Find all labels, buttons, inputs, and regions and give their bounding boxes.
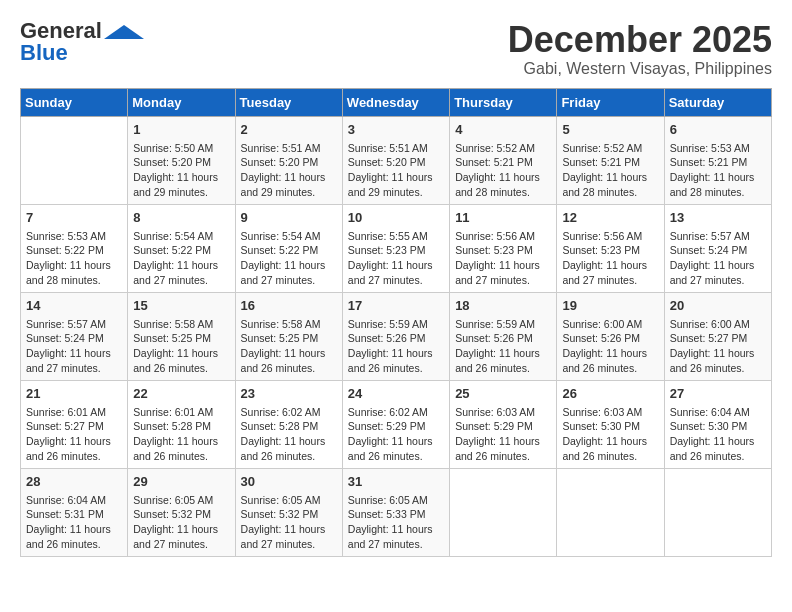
calendar-cell: 20Sunrise: 6:00 AM Sunset: 5:27 PM Dayli… [664, 292, 771, 380]
location: Gabi, Western Visayas, Philippines [508, 60, 772, 78]
calendar-table: SundayMondayTuesdayWednesdayThursdayFrid… [20, 88, 772, 557]
weekday-header-row: SundayMondayTuesdayWednesdayThursdayFrid… [21, 88, 772, 116]
day-number: 11 [455, 209, 551, 227]
calendar-week-row: 7Sunrise: 5:53 AM Sunset: 5:22 PM Daylig… [21, 204, 772, 292]
calendar-cell: 4Sunrise: 5:52 AM Sunset: 5:21 PM Daylig… [450, 116, 557, 204]
day-number: 30 [241, 473, 337, 491]
day-info: Sunrise: 5:58 AM Sunset: 5:25 PM Dayligh… [133, 317, 229, 376]
calendar-cell: 28Sunrise: 6:04 AM Sunset: 5:31 PM Dayli… [21, 468, 128, 556]
day-info: Sunrise: 5:58 AM Sunset: 5:25 PM Dayligh… [241, 317, 337, 376]
logo: General Blue [20, 20, 144, 66]
day-info: Sunrise: 5:53 AM Sunset: 5:22 PM Dayligh… [26, 229, 122, 288]
calendar-cell: 27Sunrise: 6:04 AM Sunset: 5:30 PM Dayli… [664, 380, 771, 468]
calendar-cell [450, 468, 557, 556]
day-info: Sunrise: 5:56 AM Sunset: 5:23 PM Dayligh… [455, 229, 551, 288]
calendar-cell: 5Sunrise: 5:52 AM Sunset: 5:21 PM Daylig… [557, 116, 664, 204]
day-number: 5 [562, 121, 658, 139]
day-info: Sunrise: 5:53 AM Sunset: 5:21 PM Dayligh… [670, 141, 766, 200]
day-number: 26 [562, 385, 658, 403]
day-number: 2 [241, 121, 337, 139]
day-number: 7 [26, 209, 122, 227]
day-info: Sunrise: 6:05 AM Sunset: 5:33 PM Dayligh… [348, 493, 444, 552]
day-number: 24 [348, 385, 444, 403]
day-info: Sunrise: 5:57 AM Sunset: 5:24 PM Dayligh… [670, 229, 766, 288]
day-info: Sunrise: 5:51 AM Sunset: 5:20 PM Dayligh… [241, 141, 337, 200]
calendar-cell: 10Sunrise: 5:55 AM Sunset: 5:23 PM Dayli… [342, 204, 449, 292]
day-number: 21 [26, 385, 122, 403]
day-number: 31 [348, 473, 444, 491]
day-number: 28 [26, 473, 122, 491]
weekday-header-thursday: Thursday [450, 88, 557, 116]
day-info: Sunrise: 6:05 AM Sunset: 5:32 PM Dayligh… [133, 493, 229, 552]
day-info: Sunrise: 6:04 AM Sunset: 5:31 PM Dayligh… [26, 493, 122, 552]
calendar-cell: 29Sunrise: 6:05 AM Sunset: 5:32 PM Dayli… [128, 468, 235, 556]
calendar-cell: 3Sunrise: 5:51 AM Sunset: 5:20 PM Daylig… [342, 116, 449, 204]
day-info: Sunrise: 6:01 AM Sunset: 5:27 PM Dayligh… [26, 405, 122, 464]
calendar-cell: 11Sunrise: 5:56 AM Sunset: 5:23 PM Dayli… [450, 204, 557, 292]
calendar-body: 1Sunrise: 5:50 AM Sunset: 5:20 PM Daylig… [21, 116, 772, 556]
weekday-header-tuesday: Tuesday [235, 88, 342, 116]
day-number: 18 [455, 297, 551, 315]
weekday-header-monday: Monday [128, 88, 235, 116]
calendar-cell: 25Sunrise: 6:03 AM Sunset: 5:29 PM Dayli… [450, 380, 557, 468]
day-number: 22 [133, 385, 229, 403]
calendar-cell: 22Sunrise: 6:01 AM Sunset: 5:28 PM Dayli… [128, 380, 235, 468]
calendar-cell: 15Sunrise: 5:58 AM Sunset: 5:25 PM Dayli… [128, 292, 235, 380]
svg-marker-0 [104, 25, 144, 39]
day-number: 27 [670, 385, 766, 403]
day-number: 14 [26, 297, 122, 315]
calendar-header: SundayMondayTuesdayWednesdayThursdayFrid… [21, 88, 772, 116]
day-info: Sunrise: 5:55 AM Sunset: 5:23 PM Dayligh… [348, 229, 444, 288]
calendar-week-row: 28Sunrise: 6:04 AM Sunset: 5:31 PM Dayli… [21, 468, 772, 556]
day-number: 19 [562, 297, 658, 315]
calendar-cell [664, 468, 771, 556]
day-info: Sunrise: 5:54 AM Sunset: 5:22 PM Dayligh… [241, 229, 337, 288]
calendar-cell [557, 468, 664, 556]
day-number: 3 [348, 121, 444, 139]
calendar-cell: 23Sunrise: 6:02 AM Sunset: 5:28 PM Dayli… [235, 380, 342, 468]
day-number: 1 [133, 121, 229, 139]
calendar-cell: 6Sunrise: 5:53 AM Sunset: 5:21 PM Daylig… [664, 116, 771, 204]
day-number: 13 [670, 209, 766, 227]
day-number: 6 [670, 121, 766, 139]
day-info: Sunrise: 6:00 AM Sunset: 5:26 PM Dayligh… [562, 317, 658, 376]
day-info: Sunrise: 6:03 AM Sunset: 5:29 PM Dayligh… [455, 405, 551, 464]
day-info: Sunrise: 6:03 AM Sunset: 5:30 PM Dayligh… [562, 405, 658, 464]
weekday-header-wednesday: Wednesday [342, 88, 449, 116]
day-number: 12 [562, 209, 658, 227]
day-info: Sunrise: 6:04 AM Sunset: 5:30 PM Dayligh… [670, 405, 766, 464]
day-number: 8 [133, 209, 229, 227]
day-info: Sunrise: 6:00 AM Sunset: 5:27 PM Dayligh… [670, 317, 766, 376]
day-number: 25 [455, 385, 551, 403]
day-info: Sunrise: 5:50 AM Sunset: 5:20 PM Dayligh… [133, 141, 229, 200]
day-info: Sunrise: 6:05 AM Sunset: 5:32 PM Dayligh… [241, 493, 337, 552]
day-info: Sunrise: 5:57 AM Sunset: 5:24 PM Dayligh… [26, 317, 122, 376]
calendar-cell: 8Sunrise: 5:54 AM Sunset: 5:22 PM Daylig… [128, 204, 235, 292]
day-number: 10 [348, 209, 444, 227]
day-info: Sunrise: 6:02 AM Sunset: 5:28 PM Dayligh… [241, 405, 337, 464]
logo-blue: Blue [20, 40, 68, 65]
calendar-cell: 7Sunrise: 5:53 AM Sunset: 5:22 PM Daylig… [21, 204, 128, 292]
weekday-header-friday: Friday [557, 88, 664, 116]
day-info: Sunrise: 5:59 AM Sunset: 5:26 PM Dayligh… [348, 317, 444, 376]
day-info: Sunrise: 6:02 AM Sunset: 5:29 PM Dayligh… [348, 405, 444, 464]
calendar-cell: 2Sunrise: 5:51 AM Sunset: 5:20 PM Daylig… [235, 116, 342, 204]
day-info: Sunrise: 5:52 AM Sunset: 5:21 PM Dayligh… [455, 141, 551, 200]
day-number: 15 [133, 297, 229, 315]
day-number: 9 [241, 209, 337, 227]
day-info: Sunrise: 6:01 AM Sunset: 5:28 PM Dayligh… [133, 405, 229, 464]
page-header: General Blue December 2025 Gabi, Western… [20, 20, 772, 78]
calendar-week-row: 1Sunrise: 5:50 AM Sunset: 5:20 PM Daylig… [21, 116, 772, 204]
calendar-cell: 31Sunrise: 6:05 AM Sunset: 5:33 PM Dayli… [342, 468, 449, 556]
logo-text: General [20, 20, 102, 42]
calendar-cell: 12Sunrise: 5:56 AM Sunset: 5:23 PM Dayli… [557, 204, 664, 292]
day-number: 20 [670, 297, 766, 315]
calendar-cell: 16Sunrise: 5:58 AM Sunset: 5:25 PM Dayli… [235, 292, 342, 380]
calendar-cell: 19Sunrise: 6:00 AM Sunset: 5:26 PM Dayli… [557, 292, 664, 380]
day-info: Sunrise: 5:52 AM Sunset: 5:21 PM Dayligh… [562, 141, 658, 200]
calendar-cell: 17Sunrise: 5:59 AM Sunset: 5:26 PM Dayli… [342, 292, 449, 380]
calendar-cell: 30Sunrise: 6:05 AM Sunset: 5:32 PM Dayli… [235, 468, 342, 556]
day-info: Sunrise: 5:54 AM Sunset: 5:22 PM Dayligh… [133, 229, 229, 288]
day-number: 4 [455, 121, 551, 139]
weekday-header-sunday: Sunday [21, 88, 128, 116]
